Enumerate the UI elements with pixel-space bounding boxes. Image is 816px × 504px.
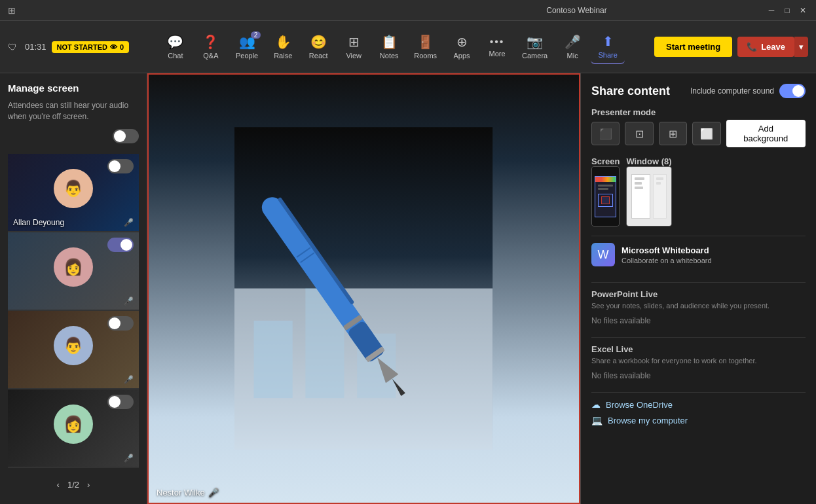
screen-toggle[interactable] [113, 129, 139, 143]
people-badge: 2 [251, 31, 261, 39]
react-icon: 😊 [310, 34, 327, 50]
excel-title: Excel Live [591, 344, 806, 354]
browse-onedrive-link[interactable]: ☁ Browse OneDrive [591, 399, 806, 410]
window-controls: ─ □ ✕ [766, 6, 808, 15]
avatar: 👨 [54, 326, 93, 365]
toolbar-react[interactable]: 😊 React [301, 30, 335, 63]
presenter-mode-section: Presenter mode ⬛ ⊡ ⊞ ⬜ Add background [591, 107, 806, 147]
toolbar-notes[interactable]: 📋 Notes [372, 30, 406, 63]
toolbar-rooms[interactable]: 🚪 Rooms [407, 30, 443, 63]
title-bar: ⊞ Contoso Webinar ─ □ ✕ [0, 0, 816, 21]
avatar: 👩 [54, 247, 93, 287]
share-panel-header: Share content Include computer sound [591, 84, 806, 98]
participant-toggle[interactable] [107, 159, 134, 173]
leave-button-group: 📞 Leave ▾ [737, 37, 808, 57]
toolbar-more[interactable]: ••• More [480, 32, 514, 62]
browse-computer-link[interactable]: 💻 Browse my computer [591, 415, 806, 425]
participant-mic-icon: 🎤 [124, 218, 134, 227]
participant-list: 👨 Allan Deyoung 🎤 👩 🎤 [8, 154, 139, 468]
participant-screen-toggle-3[interactable] [107, 316, 134, 331]
onedrive-icon: ☁ [591, 399, 601, 410]
video-background: Nestor Wilke 🎤 [149, 75, 579, 503]
sidebar-main-toggle [8, 129, 139, 143]
participant-item: 👨 🎤 [8, 311, 139, 389]
presenter-name-label: Nestor Wilke 🎤 [157, 488, 219, 497]
pen-image [234, 117, 492, 459]
presenter-mode-1[interactable]: ⬛ [591, 122, 620, 145]
toolbar-camera[interactable]: 📷 Camera [515, 30, 554, 63]
presenter-mode-2[interactable]: ⊡ [625, 122, 653, 145]
toolbar-qna[interactable]: ❓ Q&A [194, 30, 228, 63]
excel-description: Share a workbook for everyone to work on… [591, 357, 806, 365]
whiteboard-description: Collaborate on a whiteboard [621, 257, 712, 264]
leave-chevron-button[interactable]: ▾ [794, 37, 808, 57]
powerpoint-no-files: No files available [591, 314, 806, 328]
presenter-mode-options: ⬛ ⊡ ⊞ ⬜ Add background [591, 120, 806, 147]
maximize-button[interactable]: □ [782, 6, 792, 15]
avatar: 👨 [54, 169, 93, 208]
participant-item: 👩 🎤 [8, 232, 139, 311]
avatar-emoji: 👩 [64, 415, 83, 433]
avatar: 👩 [54, 405, 93, 444]
share-panel-title: Share content [591, 84, 670, 98]
page-indicator: 1/2 [67, 480, 79, 490]
window-thumbnail[interactable] [626, 166, 671, 226]
toolbar-mic[interactable]: 🎤 Mic [555, 30, 589, 63]
participant-toggle[interactable] [107, 316, 134, 331]
close-button[interactable]: ✕ [798, 6, 808, 15]
participant-screen-toggle-1[interactable] [107, 159, 134, 173]
screen-thumbnail[interactable] [591, 166, 620, 226]
qna-icon: ❓ [202, 34, 219, 50]
start-meeting-button[interactable]: Start meeting [654, 37, 732, 57]
powerpoint-section: PowerPoint Live See your notes, slides, … [591, 282, 806, 328]
toolbar-people[interactable]: 👥 People 2 [229, 30, 265, 63]
minimize-button[interactable]: ─ [766, 6, 777, 15]
next-page-button[interactable]: › [87, 480, 90, 490]
toolbar-share[interactable]: ⬆ Share [591, 29, 625, 64]
screen-thumb-inner [595, 176, 616, 217]
presenter-mode-3[interactable]: ⊞ [659, 122, 687, 145]
participant-toggle[interactable] [107, 395, 134, 409]
rooms-icon: 🚪 [417, 34, 434, 50]
whiteboard-option[interactable]: W Microsoft Whiteboard Collaborate on a … [591, 236, 806, 273]
prev-page-button[interactable]: ‹ [57, 480, 60, 490]
window-option[interactable]: Window (8) [626, 156, 671, 226]
presenter-mode-label: Presenter mode [591, 107, 806, 117]
toolbar-nav: 💬 Chat ❓ Q&A 👥 People 2 ✋ Raise 😊 React … [132, 29, 652, 64]
participant-screen-toggle-2[interactable] [107, 238, 134, 252]
include-sound-toggle[interactable] [779, 84, 806, 98]
screen-window-section: Screen [591, 156, 806, 226]
toolbar-view[interactable]: ⊞ View [337, 30, 371, 63]
toolbar-apps[interactable]: ⊕ Apps [445, 30, 479, 63]
participant-item: 👨 Allan Deyoung 🎤 [8, 154, 139, 232]
avatar-emoji: 👩 [64, 258, 83, 276]
pen-visual [149, 75, 579, 503]
include-sound-control: Include computer sound [690, 84, 806, 98]
screen-option[interactable]: Screen [591, 156, 620, 226]
main-toolbar: 🛡 01:31 NOT STARTED 👁 0 💬 Chat ❓ Q&A 👥 P… [0, 21, 816, 73]
window-title: Contoso Webinar [387, 6, 766, 15]
presenter-mode-4[interactable]: ⬜ [692, 122, 720, 145]
participant-screen-toggle-4[interactable] [107, 395, 134, 409]
screen-label: Screen [591, 156, 620, 166]
participant-mic-icon: 🎤 [124, 454, 134, 463]
share-icon: ⬆ [603, 33, 614, 49]
toolbar-actions: Start meeting 📞 Leave ▾ [654, 37, 808, 57]
whiteboard-icon: W [591, 243, 615, 266]
sidebar-panel: Manage screen Attendees can still hear y… [0, 73, 147, 504]
sidebar-description: Attendees can still hear your audio when… [8, 100, 139, 122]
participant-toggle[interactable] [107, 238, 134, 252]
window-thumb-inner [631, 174, 667, 219]
powerpoint-description: See your notes, slides, and audience whi… [591, 302, 806, 310]
include-sound-label: Include computer sound [690, 86, 774, 96]
share-content-panel[interactable]: Share content Include computer sound Pre… [580, 73, 816, 504]
main-video-area: Nestor Wilke 🎤 [147, 73, 580, 504]
svg-rect-4 [234, 289, 492, 450]
window-label: Window (8) [626, 156, 671, 166]
leave-button[interactable]: 📞 Leave [737, 37, 794, 57]
toolbar-chat[interactable]: 💬 Chat [158, 30, 193, 63]
apps-icon: ⊕ [456, 34, 468, 50]
add-background-button[interactable]: Add background [726, 120, 806, 147]
toolbar-raise[interactable]: ✋ Raise [266, 30, 300, 63]
screen-window-thumbnails: Screen [591, 156, 806, 226]
